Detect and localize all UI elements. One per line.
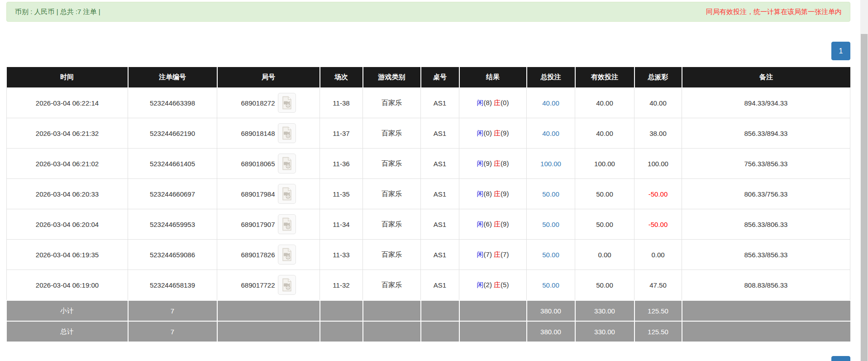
col-header-total-bet: 总投注 (527, 67, 575, 88)
subtotal-row: 小计 7 380.00 330.00 125.50 (7, 300, 850, 321)
cell-total-bet: 50.00 (527, 209, 575, 240)
cell-game-type: 百家乐 (363, 179, 421, 209)
watch-video-button[interactable] (278, 123, 296, 143)
total-bet-link[interactable]: 50.00 (542, 190, 559, 198)
cell-time: 2026-03-04 06:19:00 (7, 270, 128, 301)
watch-video-button[interactable] (278, 214, 296, 234)
round-number: 689017984 (241, 190, 275, 198)
player-score: (9) (484, 159, 492, 167)
cell-session: 11-33 (320, 240, 363, 270)
col-header-table-no: 桌号 (421, 67, 459, 88)
cell-session: 11-36 (320, 149, 363, 179)
round-number: 689018272 (241, 99, 275, 107)
page-1-button-bottom[interactable]: 1 (831, 356, 850, 361)
cell-game-type: 百家乐 (363, 88, 421, 118)
page-1-button[interactable]: 1 (831, 42, 850, 60)
player-score: (8) (484, 99, 492, 106)
banker-label: 庄 (494, 250, 501, 258)
banker-label: 庄 (494, 99, 501, 106)
banker-label: 庄 (494, 159, 501, 167)
round-number: 689017907 (241, 221, 275, 228)
cell-game-type: 百家乐 (363, 149, 421, 179)
banker-label: 庄 (494, 190, 501, 197)
total-bet-link[interactable]: 50.00 (542, 281, 559, 289)
banker-score: (5) (501, 281, 509, 289)
bet-row: 2026-03-04 06:19:35523244659086689017826… (7, 240, 850, 270)
watch-video-button[interactable] (278, 245, 296, 265)
table-footer: 小计 7 380.00 330.00 125.50 总计 7 380.00 33… (7, 300, 850, 342)
video-document-icon (281, 126, 293, 140)
player-label: 闲 (477, 159, 484, 167)
cell-table-no: AS1 (421, 88, 459, 118)
cell-result: 闲(9) 庄(8) (459, 149, 527, 179)
banker-score: (7) (501, 250, 509, 258)
cell-round: 689018148 (217, 118, 320, 149)
video-document-icon (281, 187, 293, 201)
video-document-icon (281, 217, 293, 231)
round-number: 689018148 (241, 130, 275, 137)
cell-remark: 856.33/856.33 (682, 240, 850, 270)
cell-valid-bet: 50.00 (575, 209, 634, 240)
cell-table-no: AS1 (421, 149, 459, 179)
col-header-remark: 备注 (682, 67, 850, 88)
watch-video-button[interactable] (278, 275, 296, 295)
cell-bet-id: 523244661405 (128, 149, 217, 179)
pagination-bottom: 1 (6, 356, 850, 361)
player-score: (2) (484, 281, 492, 289)
cell-valid-bet: 0.00 (575, 240, 634, 270)
banker-label: 庄 (494, 129, 501, 137)
banker-score: (9) (501, 190, 509, 197)
vertical-scrollbar[interactable] (860, 0, 868, 361)
watch-video-button[interactable] (278, 154, 296, 173)
watch-video-button[interactable] (278, 93, 296, 113)
cell-session: 11-37 (320, 118, 363, 149)
total-bet-link[interactable]: 100.00 (540, 160, 561, 168)
cell-time: 2026-03-04 06:20:33 (7, 179, 128, 209)
total-bet-link[interactable]: 40.00 (542, 130, 559, 137)
cell-time: 2026-03-04 06:22:14 (7, 88, 128, 118)
cell-payout: -50.00 (634, 209, 682, 240)
cell-payout: 100.00 (634, 149, 682, 179)
cell-remark: 894.33/934.33 (682, 88, 850, 118)
cell-table-no: AS1 (421, 209, 459, 240)
cell-session: 11-35 (320, 179, 363, 209)
watch-video-button[interactable] (278, 184, 296, 204)
banker-score: (9) (501, 129, 509, 137)
cell-remark: 856.33/806.33 (682, 209, 850, 240)
video-document-icon (281, 278, 293, 292)
total-row: 总计 7 380.00 330.00 125.50 (7, 321, 850, 342)
player-label: 闲 (477, 220, 484, 228)
scrollbar-thumb[interactable] (861, 34, 868, 361)
round-number: 689018065 (241, 160, 275, 168)
cell-valid-bet: 40.00 (575, 118, 634, 149)
cell-table-no: AS1 (421, 240, 459, 270)
cell-total-bet: 40.00 (527, 88, 575, 118)
cell-game-type: 百家乐 (363, 270, 421, 301)
cell-result: 闲(8) 庄(9) (459, 179, 527, 209)
col-header-bet-id: 注单编号 (128, 67, 217, 88)
cell-round: 689017907 (217, 209, 320, 240)
cell-bet-id: 523244659086 (128, 240, 217, 270)
cell-total-bet: 50.00 (527, 179, 575, 209)
cell-remark: 856.33/894.33 (682, 118, 850, 149)
subtotal-label: 小计 (7, 300, 128, 321)
cell-time: 2026-03-04 06:20:04 (7, 209, 128, 240)
banker-score: (8) (501, 159, 509, 167)
cell-payout: 38.00 (634, 118, 682, 149)
total-bet-link[interactable]: 40.00 (542, 99, 559, 107)
cell-time: 2026-03-04 06:21:32 (7, 118, 128, 149)
currency-summary-text: 币别 : 人民币 | 总共 :7 注单 | (15, 8, 100, 16)
subtotal-total-bet: 380.00 (527, 300, 575, 321)
total-bet-link[interactable]: 50.00 (542, 221, 559, 228)
banker-label: 庄 (494, 281, 501, 289)
cell-time: 2026-03-04 06:19:35 (7, 240, 128, 270)
player-score: (6) (484, 220, 492, 228)
cell-round: 689018065 (217, 149, 320, 179)
total-bet-link[interactable]: 50.00 (542, 251, 559, 259)
cell-bet-id: 523244659953 (128, 209, 217, 240)
cell-session: 11-38 (320, 88, 363, 118)
cell-valid-bet: 50.00 (575, 270, 634, 301)
col-header-result: 结果 (459, 67, 527, 88)
cell-bet-id: 523244663398 (128, 88, 217, 118)
cell-bet-id: 523244658139 (128, 270, 217, 301)
